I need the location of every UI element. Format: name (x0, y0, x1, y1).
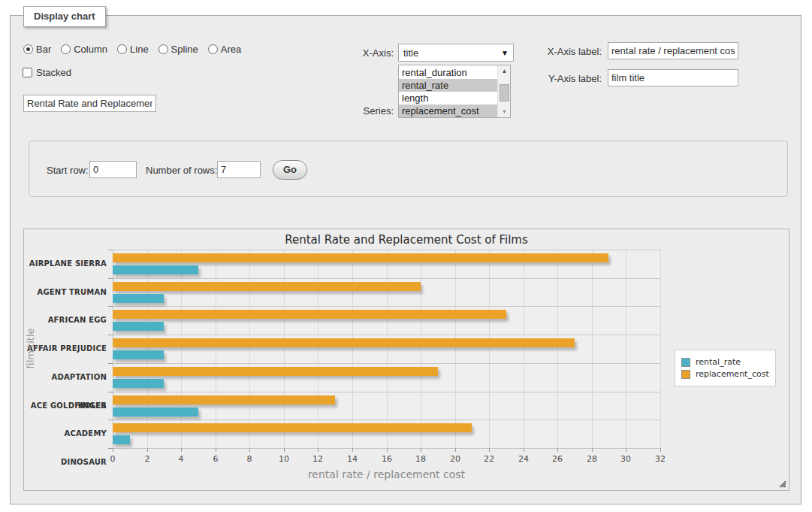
x-axis-select-label: X-Axis: (316, 47, 394, 59)
series-listbox-scrollbar[interactable]: ▲ ▼ (497, 65, 510, 117)
bar-rental_rate[interactable] (113, 435, 130, 444)
chart-type-radio-bar[interactable] (23, 44, 33, 54)
x-axis-tick-label: 26 (545, 454, 570, 464)
series-option-length[interactable]: length (399, 92, 497, 105)
y-axis-tick (108, 335, 113, 335)
y-axis-category-label: AIRPLANE SIERRA (24, 250, 107, 278)
x-axis-tick (660, 448, 661, 452)
x-axis-label-input[interactable] (608, 42, 738, 59)
gridline-h (113, 250, 660, 250)
gridline-h (113, 335, 660, 335)
x-axis-tick (524, 448, 524, 452)
bar-rental_rate[interactable] (113, 350, 164, 359)
x-axis-tick (249, 448, 250, 452)
x-axis-tick-label: 24 (511, 454, 536, 464)
chart-type-radio-area[interactable] (208, 44, 218, 54)
x-axis-select[interactable]: title ▼ (398, 44, 514, 62)
y-axis-label-input[interactable] (608, 69, 738, 86)
gridline-h (113, 420, 660, 420)
stacked-checkbox[interactable] (23, 68, 32, 77)
scrollbar-thumb[interactable] (500, 84, 509, 101)
x-axis-tick-label: 16 (374, 454, 400, 464)
y-axis-category-label: ADAPTATION HOLES (24, 363, 107, 392)
x-axis-tick-label: 28 (579, 454, 605, 464)
bar-replacement_cost[interactable] (113, 282, 421, 291)
gridline-v (660, 250, 661, 448)
panel-title: Display chart (23, 6, 106, 27)
x-axis-tick-label: 14 (340, 454, 365, 464)
chart-type-label-area[interactable]: Area (221, 44, 241, 55)
x-axis-tick-label: 8 (237, 454, 262, 464)
bar-replacement_cost[interactable] (113, 338, 575, 347)
bar-rental_rate[interactable] (113, 407, 198, 417)
page: Display chart BarColumnLineSplineArea St… (0, 0, 812, 512)
x-axis-tick (352, 448, 353, 452)
chart-type-radio-line[interactable] (117, 44, 127, 54)
chart-type-label-line[interactable]: Line (130, 44, 149, 55)
x-axis-tick (421, 448, 421, 452)
scroll-down-icon[interactable]: ▼ (498, 106, 511, 117)
gridline-v (318, 250, 318, 448)
bar-rental_rate[interactable] (113, 265, 198, 274)
x-axis-tick (626, 448, 626, 452)
series-option-replacement_cost[interactable]: replacement_cost (399, 105, 497, 117)
y-axis-category-label: ACADEMY DINOSAUR (24, 420, 107, 448)
x-axis-tick (455, 448, 456, 452)
gridline-v (216, 250, 216, 448)
x-axis-selected-value: title (403, 47, 418, 59)
resize-handle-icon[interactable] (777, 479, 786, 488)
legend-swatch-rental_rate (681, 358, 690, 367)
chart-type-option-spline[interactable]: Spline (158, 44, 198, 55)
y-axis-tick (108, 250, 113, 250)
chart-type-option-line[interactable]: Line (117, 44, 149, 55)
x-axis-tick (181, 448, 182, 452)
bar-replacement_cost[interactable] (113, 423, 472, 432)
series-option-rental_rate[interactable]: rental_rate (399, 79, 497, 92)
bar-replacement_cost[interactable] (113, 367, 438, 376)
chart-type-option-bar[interactable]: Bar (23, 44, 51, 55)
y-axis-tick (108, 363, 113, 364)
series-option-rental_duration[interactable]: rental_duration (399, 66, 497, 79)
y-axis-tick (108, 278, 113, 279)
chevron-down-icon: ▼ (501, 49, 509, 57)
chart-title: Rental Rate and Replacement Cost of Film… (24, 233, 789, 247)
x-axis-tick-label: 4 (168, 454, 194, 464)
bar-replacement_cost[interactable] (113, 395, 335, 404)
x-axis-tick (113, 448, 113, 452)
gridline-h (113, 392, 660, 392)
gridline-v (489, 250, 490, 448)
x-axis-tick-label: 2 (134, 454, 160, 464)
chart-type-label-bar[interactable]: Bar (36, 44, 51, 55)
bar-replacement_cost[interactable] (113, 253, 608, 262)
start-row-label: Start row: (47, 165, 89, 176)
x-axis-tick-label: 0 (100, 454, 125, 464)
gridline-v (524, 250, 524, 448)
chart-type-label-column[interactable]: Column (74, 44, 107, 55)
gridline-v (592, 250, 593, 448)
series-listbox[interactable]: rental_durationrental_ratelengthreplacem… (398, 65, 511, 118)
bar-rental_rate[interactable] (113, 294, 164, 303)
bar-replacement_cost[interactable] (113, 310, 506, 319)
plot-area (113, 250, 660, 448)
y-axis-label-label: Y-Axis label: (515, 73, 602, 84)
chart-type-option-area[interactable]: Area (208, 44, 241, 55)
bar-rental_rate[interactable] (113, 322, 164, 331)
stacked-label[interactable]: Stacked (36, 67, 71, 78)
go-button[interactable]: Go (273, 160, 307, 180)
num-rows-label: Number of rows: (146, 165, 217, 176)
chart-type-radio-spline[interactable] (158, 44, 168, 54)
series-listbox-label: Series: (316, 105, 394, 117)
chart-type-option-column[interactable]: Column (61, 44, 107, 55)
chart-type-radio-column[interactable] (61, 44, 71, 54)
gridline-v (352, 250, 353, 448)
x-axis-label-label: X-Axis label: (515, 46, 602, 57)
num-rows-input[interactable] (217, 161, 261, 178)
bar-rental_rate[interactable] (113, 379, 164, 388)
y-axis-tick (108, 420, 113, 420)
chart-type-label-spline[interactable]: Spline (171, 44, 198, 55)
scroll-up-icon[interactable]: ▲ (498, 65, 511, 77)
stacked-checkbox-row: Stacked (23, 67, 71, 78)
start-row-input[interactable] (89, 161, 137, 178)
chart-title-input[interactable] (23, 95, 156, 112)
gridline-v (147, 250, 148, 448)
